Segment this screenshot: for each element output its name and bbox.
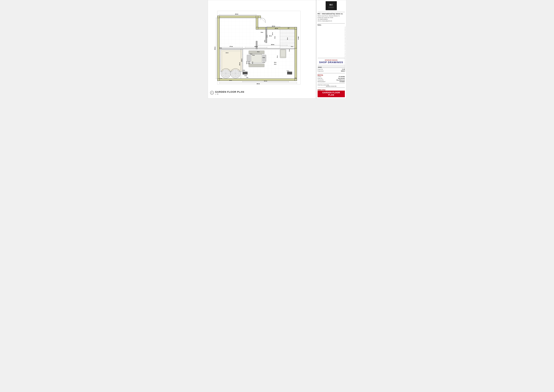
svg-rect-141 [217, 16, 261, 18]
plan-number: 1 [210, 91, 214, 95]
scale-row: SCALE AS SHOWN [318, 76, 345, 77]
svg-text:217 cm: 217 cm [272, 32, 273, 35]
floor-plan-svg: UP 424 cm 200 cm [210, 3, 315, 88]
checked-by-value: Eng .Mahmmed [337, 79, 345, 81]
svg-rect-34 [249, 64, 264, 67]
svg-text:20 cm: 20 cm [243, 70, 245, 71]
tel: Tel: 00965​51088030 [318, 19, 328, 20]
svg-text:100 cm: 100 cm [267, 35, 268, 38]
notes-label: Notes: [318, 24, 345, 26]
management-value: FATEMEH [339, 81, 345, 82]
svg-text:188 cm: 188 cm [298, 36, 299, 40]
info-panel: IKC INTERNATIONAL KEY STONE CO. IKC - in… [316, 0, 346, 98]
address-line2: Kuwait City, Kuwait City, Kuwait [318, 17, 333, 18]
svg-text:30 cm: 30 cm [287, 72, 290, 73]
drawn-by-row: Drawn By Eng.Salsabil [318, 77, 345, 79]
company-address: Mariem tower,Floor11, Mubarak AlKabeer S… [318, 15, 345, 22]
svg-text:95 cm: 95 cm [287, 37, 288, 40]
svg-text:150 cm: 150 cm [269, 35, 272, 36]
svg-text:INTERNATIONAL: INTERNATIONAL [329, 7, 334, 7]
address-line1: Mariem tower,Floor11, Mubarak AlKabeer S… [318, 15, 340, 16]
svg-text:70 cm: 70 cm [287, 70, 289, 71]
scale-section: SCALE AS SHOWN Drawn By Eng.Salsabil Che… [318, 76, 345, 83]
divider-5 [318, 73, 345, 73]
svg-text:70 cm: 70 cm [289, 49, 290, 52]
management-label: MANAGEMENT [318, 81, 326, 82]
svg-rect-11 [256, 41, 257, 49]
management-row: MANAGEMENT FATEMEH [318, 81, 345, 83]
checked-by-row: Checked By Eng .Mahmmed [318, 79, 345, 81]
svg-text:88 cm: 88 cm [274, 36, 275, 39]
svg-text:315 cm: 315 cm [271, 44, 274, 45]
printing-date-label: PRINTING DATE/TIME [318, 84, 345, 86]
printing-date-value: 9/5/2023 4:55:26 PM [318, 86, 345, 87]
svg-text:70 cm: 70 cm [252, 62, 253, 64]
logo-svg: IKC INTERNATIONAL KEY STONE CO. [327, 2, 335, 9]
svg-text:50 cm: 50 cm [263, 57, 265, 58]
svg-text:50 cm: 50 cm [289, 73, 291, 74]
project-no-label: Project No. [318, 69, 323, 70]
svg-text:177 cm: 177 cm [229, 46, 233, 47]
svg-text:440 cm: 440 cm [257, 83, 260, 84]
svg-text:45 cm: 45 cm [274, 62, 276, 63]
issue-section: ISSUE Project No. 11-08 Project Arch MIN… [318, 66, 345, 72]
checked-by-label: Checked By [318, 79, 324, 81]
side-text-strip: This drawing is the property of NADA Arc… [344, 0, 346, 98]
svg-rect-139 [295, 48, 297, 81]
floor-plan-container: UP 424 cm 200 cm [210, 3, 315, 88]
svg-rect-37 [243, 72, 248, 74]
shop-drawings-title: SHOP DRAWINGS [318, 61, 345, 64]
svg-text:48 cm: 48 cm [252, 55, 255, 56]
svg-text:9 cm: 9 cm [246, 77, 248, 78]
sheet-title-line2: PLAN [328, 94, 334, 96]
plan-title: GARDEN FLOOR PLAN [215, 91, 244, 93]
svg-rect-12 [220, 18, 256, 49]
svg-rect-16 [221, 50, 242, 71]
svg-text:30 cm: 30 cm [291, 46, 293, 47]
svg-text:163 cm: 163 cm [249, 61, 250, 64]
svg-text:424 cm: 424 cm [235, 14, 238, 15]
svg-text:65 cm: 65 cm [264, 40, 265, 42]
svg-rect-138 [217, 79, 297, 81]
email: info.ikc.company@gmail.com [318, 20, 332, 21]
svg-text:40 cm: 40 cm [220, 48, 222, 49]
svg-text:121 cm: 121 cm [226, 52, 228, 53]
svg-rect-137 [217, 16, 219, 81]
svg-rect-14 [258, 29, 295, 49]
issue-header: ISSUE [318, 66, 345, 68]
svg-text:288 cm: 288 cm [248, 61, 249, 64]
company-name: IKC - international key stone co. [318, 13, 345, 15]
svg-text:200 cm: 200 cm [272, 26, 275, 27]
svg-text:52 cm: 52 cm [261, 32, 263, 33]
svg-text:236 cm: 236 cm [241, 59, 242, 62]
divider-3 [318, 58, 345, 58]
svg-text:366 cm: 366 cm [215, 47, 215, 50]
svg-rect-31 [247, 55, 250, 62]
svg-text:22 cm: 22 cm [250, 54, 252, 55]
project-no-row: Project No. 11-08 [318, 69, 345, 70]
sheet-title-line1: GARDEN FLOOR [322, 91, 340, 94]
company-logo: IKC INTERNATIONAL KEY STONE CO. [326, 1, 337, 10]
design-type: INTERIOR DESIGN [318, 59, 345, 61]
svg-rect-143 [256, 16, 258, 29]
svg-text:57 cm: 57 cm [277, 56, 278, 58]
sheet-title-box: GARDEN FLOOR PLAN [318, 91, 345, 97]
drawn-by-label: Drawn By [318, 78, 322, 79]
plan-area: UP 424 cm 200 cm [208, 0, 316, 98]
svg-text:147 cm: 147 cm [246, 61, 247, 64]
revit-file-label: REVIT File [318, 74, 345, 76]
svg-text:241 cm: 241 cm [254, 46, 257, 47]
plan-label: 1 GARDEN FLOOR PLAN 1 : 50 [210, 91, 315, 96]
scale-value: AS SHOWN [339, 76, 345, 77]
project-arch-row: Project Arch MINOO [318, 70, 345, 72]
svg-rect-142 [256, 27, 297, 29]
sheet-title-label: SHEET TITLE [318, 89, 345, 90]
svg-text:KEY STONE CO.: KEY STONE CO. [329, 7, 334, 8]
logo-area: IKC INTERNATIONAL KEY STONE CO. [318, 1, 345, 10]
svg-text:90 cm: 90 cm [257, 51, 260, 52]
svg-rect-140 [295, 27, 297, 48]
page-container: UP 424 cm 200 cm [208, 0, 346, 98]
scale-label: SCALE [318, 76, 321, 77]
plan-scale: 1 : 50 [215, 93, 244, 95]
svg-text:120 cm: 120 cm [262, 62, 265, 63]
